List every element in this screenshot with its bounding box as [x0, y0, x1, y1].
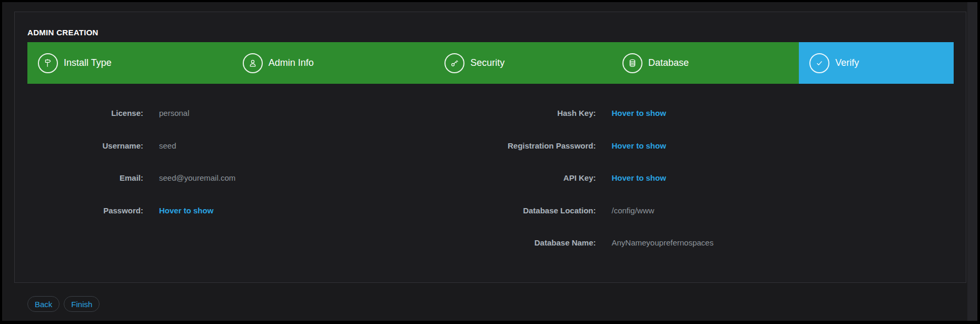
verification-summary: License: personal Username: seed Email: … — [27, 97, 954, 259]
wizard-step-database[interactable]: Database — [612, 42, 799, 84]
summary-row-database-name: Database Name: AnyNameyouprefernospaces — [491, 227, 954, 259]
summary-row-hash-key: Hash Key: Hover to show — [491, 97, 954, 130]
key-icon — [444, 53, 464, 73]
field-label: Hash Key: — [491, 109, 596, 117]
field-label: Database Name: — [491, 238, 596, 247]
step-label: Admin Info — [269, 57, 314, 68]
summary-row-api-key: API Key: Hover to show — [491, 162, 954, 194]
wizard-step-install-type[interactable]: Install Type — [27, 42, 232, 84]
step-label: Verify — [835, 57, 859, 68]
admin-creation-panel: ADMIN CREATION Install Type — [14, 12, 966, 283]
page-title: ADMIN CREATION — [27, 28, 953, 37]
wizard-step-verify[interactable]: Verify — [799, 42, 954, 84]
step-label: Install Type — [64, 57, 112, 68]
app-window: ADMIN CREATION Install Type — [2, 2, 977, 321]
summary-row-username: Username: seed — [27, 130, 491, 162]
summary-row-email: Email: seed@youremail.com — [27, 162, 491, 194]
field-value: seed — [159, 141, 176, 150]
field-label: Database Location: — [491, 206, 596, 215]
field-label: Email: — [27, 173, 143, 182]
field-value: personal — [159, 109, 190, 117]
field-label: License: — [27, 109, 143, 117]
user-icon — [243, 53, 263, 73]
step-label: Security — [470, 57, 504, 68]
hover-to-show-registration-password[interactable]: Hover to show — [612, 141, 666, 150]
field-label: Username: — [27, 141, 143, 150]
wizard-actions: Back Finish — [27, 296, 100, 312]
field-value: AnyNameyouprefernospaces — [612, 238, 714, 247]
summary-row-password: Password: Hover to show — [27, 194, 491, 227]
finish-button[interactable]: Finish — [64, 296, 100, 312]
wizard-step-security[interactable]: Security — [434, 42, 612, 84]
field-label: API Key: — [491, 173, 596, 182]
field-label: Registration Password: — [491, 141, 596, 150]
vertical-scrollbar[interactable] — [967, 2, 977, 321]
summary-row-license: License: personal — [27, 97, 491, 130]
field-value: /config/www — [612, 206, 655, 215]
wizard-step-admin-info[interactable]: Admin Info — [232, 42, 434, 84]
database-icon — [622, 53, 642, 73]
step-label: Database — [648, 57, 689, 68]
back-button[interactable]: Back — [27, 296, 60, 312]
field-value: seed@youremail.com — [159, 173, 235, 182]
summary-column-left: License: personal Username: seed Email: … — [27, 97, 491, 259]
summary-row-registration-password: Registration Password: Hover to show — [491, 130, 954, 162]
hover-to-show-hash-key[interactable]: Hover to show — [612, 109, 666, 117]
signpost-icon — [38, 53, 58, 73]
check-icon — [809, 53, 829, 73]
summary-column-right: Hash Key: Hover to show Registration Pas… — [491, 97, 954, 259]
field-label: Password: — [27, 206, 143, 215]
hover-to-show-api-key[interactable]: Hover to show — [612, 173, 666, 182]
hover-to-show-password[interactable]: Hover to show — [159, 206, 213, 215]
wizard-step-bar: Install Type Admin Info — [27, 42, 954, 84]
summary-row-database-location: Database Location: /config/www — [491, 194, 954, 227]
